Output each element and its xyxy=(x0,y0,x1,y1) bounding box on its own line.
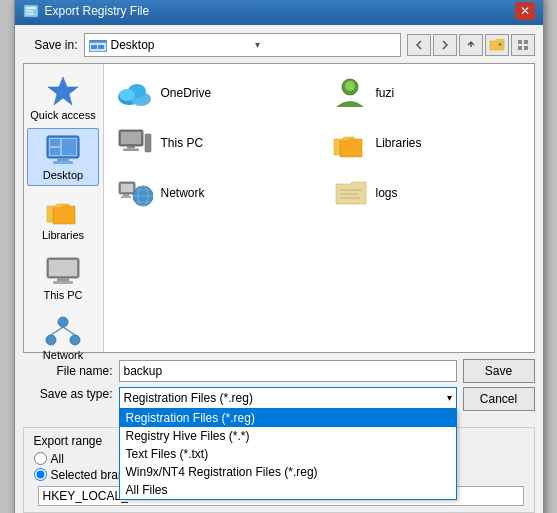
svg-rect-18 xyxy=(53,161,73,164)
file-item-network[interactable]: Network xyxy=(112,172,311,214)
save-in-label: Save in: xyxy=(23,38,78,52)
this-pc-icon-container xyxy=(43,253,83,289)
dropdown-option-hive[interactable]: Registry Hive Files (*.*) xyxy=(120,427,456,445)
back-button[interactable] xyxy=(407,34,431,56)
svg-line-29 xyxy=(51,327,63,335)
svg-rect-2 xyxy=(26,10,33,12)
svg-rect-19 xyxy=(50,139,60,146)
svg-rect-20 xyxy=(62,139,76,155)
save-as-type-dropdown[interactable]: Registration Files (*.reg) ▾ Registratio… xyxy=(119,387,457,409)
cancel-button[interactable]: Cancel xyxy=(463,387,535,411)
file-item-fuzi[interactable]: fuzi xyxy=(327,72,526,114)
file-item-logs-label: logs xyxy=(376,186,398,200)
save-in-arrow: ▾ xyxy=(255,39,396,50)
export-registry-dialog: Export Registry File ✕ Save in: Desktop … xyxy=(14,0,544,513)
toolbar-buttons: + xyxy=(407,34,535,56)
forward-button[interactable] xyxy=(433,34,457,56)
svg-rect-24 xyxy=(57,278,69,281)
dropdown-option-win9x[interactable]: Win9x/NT4 Registration Files (*.reg) xyxy=(120,463,456,481)
radio-selected-branch[interactable] xyxy=(34,468,47,481)
svg-point-27 xyxy=(46,335,56,345)
radio-all-label: All xyxy=(51,452,64,466)
radio-all[interactable] xyxy=(34,452,47,465)
svg-rect-44 xyxy=(123,194,129,196)
file-item-fuzi-label: fuzi xyxy=(376,86,395,100)
svg-rect-43 xyxy=(121,184,133,192)
sidebar-item-network[interactable]: Network xyxy=(27,308,99,366)
svg-rect-11 xyxy=(524,40,528,44)
desktop-icon-container xyxy=(43,133,83,169)
up-button[interactable] xyxy=(459,34,483,56)
svg-rect-38 xyxy=(121,132,141,144)
svg-rect-13 xyxy=(524,46,528,50)
file-item-libraries[interactable]: Libraries xyxy=(327,122,526,164)
sidebar-item-quick-access[interactable]: Quick access xyxy=(27,68,99,126)
dropdown-option-all[interactable]: All Files xyxy=(120,481,456,499)
svg-point-26 xyxy=(58,317,68,327)
svg-rect-23 xyxy=(49,260,77,276)
save-as-type-row: Save as type: Registration Files (*.reg)… xyxy=(23,387,535,411)
svg-rect-1 xyxy=(26,7,36,9)
sidebar-item-libraries[interactable]: Libraries xyxy=(27,188,99,246)
quick-access-icon-container xyxy=(43,73,83,109)
file-name-row: File name: Save xyxy=(23,359,535,383)
file-name-input[interactable] xyxy=(119,360,457,382)
file-item-logs[interactable]: logs xyxy=(327,172,526,214)
dialog-body: Save in: Desktop ▾ xyxy=(15,25,543,423)
sidebar-item-this-pc[interactable]: This PC xyxy=(27,248,99,306)
file-item-onedrive[interactable]: OneDrive xyxy=(112,72,311,114)
dropdown-selected[interactable]: Registration Files (*.reg) ▾ xyxy=(119,387,457,409)
dropdown-option-txt[interactable]: Text Files (*.txt) xyxy=(120,445,456,463)
sidebar-item-network-label: Network xyxy=(43,349,83,361)
save-in-value: Desktop xyxy=(111,38,252,52)
file-item-libraries-label: Libraries xyxy=(376,136,422,150)
svg-rect-41 xyxy=(145,134,151,152)
title-bar-left: Export Registry File xyxy=(23,3,150,19)
save-in-select[interactable]: Desktop ▾ xyxy=(84,33,401,57)
logs-icon xyxy=(332,177,368,209)
title-bar: Export Registry File ✕ xyxy=(15,0,543,25)
close-button[interactable]: ✕ xyxy=(515,2,535,20)
network-icon-container xyxy=(43,313,83,349)
onedrive-icon xyxy=(117,77,153,109)
file-item-onedrive-label: OneDrive xyxy=(161,86,212,100)
sidebar-item-desktop[interactable]: Desktop xyxy=(27,128,99,186)
save-in-row: Save in: Desktop ▾ xyxy=(23,33,535,57)
svg-rect-39 xyxy=(127,146,135,149)
svg-rect-40 xyxy=(123,148,139,151)
sidebar: Quick access xyxy=(24,64,104,352)
svg-rect-8 xyxy=(98,45,104,49)
svg-rect-12 xyxy=(518,46,522,50)
svg-rect-7 xyxy=(91,45,97,49)
save-as-type-label: Save as type: xyxy=(23,387,113,401)
svg-rect-21 xyxy=(50,148,60,155)
svg-marker-14 xyxy=(48,77,78,105)
sidebar-item-quick-access-label: Quick access xyxy=(30,109,95,121)
file-item-this-pc[interactable]: This PC xyxy=(112,122,311,164)
libraries-icon-container xyxy=(43,193,83,229)
title-text: Export Registry File xyxy=(45,4,150,18)
svg-rect-45 xyxy=(121,196,131,198)
file-name-label: File name: xyxy=(23,364,113,378)
svg-text:+: + xyxy=(498,41,502,48)
this-pc-file-icon xyxy=(117,127,153,159)
svg-rect-10 xyxy=(518,40,522,44)
file-item-this-pc-label: This PC xyxy=(161,136,204,150)
dropdown-selected-text: Registration Files (*.reg) xyxy=(124,391,253,405)
desktop-folder-icon xyxy=(89,37,107,53)
svg-point-34 xyxy=(119,89,135,101)
sidebar-item-this-pc-label: This PC xyxy=(43,289,82,301)
new-folder-button[interactable]: + xyxy=(485,34,509,56)
dropdown-option-reg[interactable]: Registration Files (*.reg) xyxy=(120,409,456,427)
file-area: OneDrive fuzi xyxy=(104,64,534,352)
sidebar-item-libraries-label: Libraries xyxy=(42,229,84,241)
dropdown-list: Registration Files (*.reg) Registry Hive… xyxy=(119,409,457,500)
sidebar-item-desktop-label: Desktop xyxy=(43,169,83,181)
svg-point-36 xyxy=(345,81,355,91)
dropdown-arrow-icon: ▾ xyxy=(447,392,452,403)
network-file-icon xyxy=(117,177,153,209)
view-mode-button[interactable] xyxy=(511,34,535,56)
svg-rect-17 xyxy=(57,158,69,161)
file-item-network-label: Network xyxy=(161,186,205,200)
save-button[interactable]: Save xyxy=(463,359,535,383)
